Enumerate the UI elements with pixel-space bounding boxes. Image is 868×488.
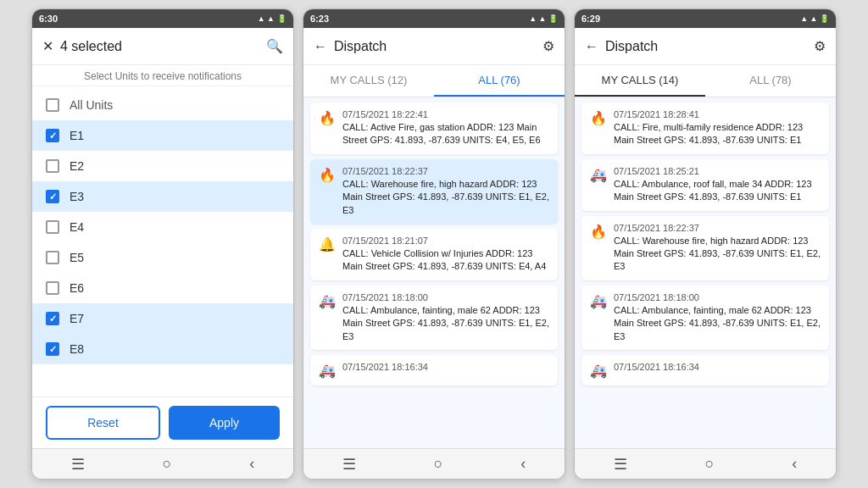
ambulance-icon-3-4: 🚑 — [590, 293, 607, 309]
call-text-3-1: CALL: Fire, multi-family residence ADDR:… — [614, 121, 821, 147]
call-text-2-2: CALL: Warehouse fire, high hazard ADDR: … — [342, 178, 549, 217]
bottom-nav-2: ☰ ○ ‹ — [303, 448, 565, 479]
call-card-3-1[interactable]: 🔥 07/15/2021 18:28:41 CALL: Fire, multi-… — [581, 103, 829, 154]
unit-label-e5: E5 — [70, 251, 84, 264]
panel1-title: 4 selected — [60, 39, 266, 54]
unit-item-all[interactable]: All Units — [32, 90, 293, 120]
close-icon[interactable]: ✕ — [42, 38, 53, 54]
unit-item-e8[interactable]: E8 — [32, 334, 293, 364]
call-text-3-3: CALL: Warehouse fire, high hazard ADDR: … — [614, 235, 821, 274]
tab-my-calls-3[interactable]: MY CALLS (14) — [575, 65, 705, 97]
nav-back-icon-3[interactable]: ‹ — [792, 455, 797, 473]
call-text-3-2: CALL: Ambulance, roof fall, male 34 ADDR… — [614, 178, 821, 204]
fire-icon-2-2: 🔥 — [319, 167, 336, 183]
tab-bar-2: MY CALLS (12) ALL (76) — [303, 65, 565, 97]
unit-item-e3[interactable]: E3 — [32, 181, 293, 212]
checkbox-e2[interactable] — [46, 159, 59, 173]
nav-back-icon-2[interactable]: ‹ — [520, 455, 526, 473]
nav-back-icon[interactable]: ‹ — [249, 455, 254, 473]
call-card-2-3[interactable]: 🔔 07/15/2021 18:21:07 CALL: Vehicle Coll… — [310, 229, 558, 280]
apply-button[interactable]: Apply — [169, 406, 280, 440]
nav-menu-icon-3[interactable]: ☰ — [614, 455, 627, 474]
nav-bar-2: ← Dispatch ⚙ — [303, 28, 565, 65]
bottom-nav-1: ☰ ○ ‹ — [32, 448, 293, 479]
call-time-3-5: 07/15/2021 18:16:34 — [614, 362, 699, 372]
nav-home-icon[interactable]: ○ — [163, 455, 172, 473]
call-card-2-2[interactable]: 🔥 07/15/2021 18:22:37 CALL: Warehouse fi… — [310, 159, 558, 224]
ambulance-icon-3-5: 🚑 — [590, 363, 607, 379]
status-bar-1: 6:30 ▲ ▲ 🔋 — [32, 9, 293, 28]
status-bar-2: 6:23 ▲ ▲ 🔋 — [303, 9, 565, 28]
call-time-2-3: 07/15/2021 18:21:07 — [342, 236, 549, 246]
call-list-3: 🔥 07/15/2021 18:28:41 CALL: Fire, multi-… — [575, 97, 836, 448]
call-text-3-4: CALL: Ambulance, fainting, male 62 ADDR:… — [614, 304, 821, 343]
unit-item-e4[interactable]: E4 — [32, 212, 293, 242]
tab-all-2[interactable]: ALL (76) — [434, 65, 565, 97]
unit-list: All Units E1 E2 E3 E4 E5 E6 — [32, 86, 293, 396]
call-time-3-4: 07/15/2021 18:18:00 — [614, 292, 821, 302]
call-time-2-5: 07/15/2021 18:16:34 — [342, 362, 428, 372]
status-icons-2: ▲ ▲ 🔋 — [529, 14, 558, 23]
status-time-2: 6:23 — [310, 14, 329, 24]
panel2-frame: 6:23 ▲ ▲ 🔋 ← Dispatch ⚙ MY CALLS (12) AL… — [303, 8, 565, 480]
call-card-3-5[interactable]: 🚑 07/15/2021 18:16:34 — [581, 355, 829, 385]
nav-menu-icon[interactable]: ☰ — [71, 455, 85, 474]
ambulance-icon-2-5: 🚑 — [319, 363, 336, 379]
search-icon[interactable]: 🔍 — [266, 38, 283, 54]
status-bar-3: 6:29 ▲ ▲ 🔋 — [575, 9, 836, 28]
unit-label-e8: E8 — [70, 342, 84, 356]
call-list-2: 🔥 07/15/2021 18:22:41 CALL: Active Fire,… — [303, 97, 565, 448]
unit-item-e5[interactable]: E5 — [32, 242, 293, 273]
status-icons-1: ▲ ▲ 🔋 — [258, 14, 287, 23]
bell-icon-2-3: 🔔 — [319, 236, 336, 252]
nav-home-icon-3[interactable]: ○ — [705, 455, 715, 473]
call-text-2-4: CALL: Ambulance, fainting, male 62 ADDR:… — [342, 304, 549, 343]
panel2-title: Dispatch — [334, 39, 542, 54]
ambulance-icon-3-2: 🚑 — [590, 167, 607, 183]
checkbox-e8[interactable] — [46, 342, 59, 356]
unit-select-subtitle: Select Units to receive notifications — [32, 65, 293, 86]
filter-icon-3[interactable]: ⚙ — [814, 38, 826, 54]
status-time-1: 6:30 — [39, 14, 58, 24]
tab-my-calls-2[interactable]: MY CALLS (12) — [303, 65, 434, 97]
checkbox-e5[interactable] — [46, 251, 59, 264]
call-card-2-1[interactable]: 🔥 07/15/2021 18:22:41 CALL: Active Fire,… — [310, 103, 558, 154]
nav-menu-icon-2[interactable]: ☰ — [342, 455, 356, 474]
call-time-2-2: 07/15/2021 18:22:37 — [342, 166, 549, 176]
filter-icon-2[interactable]: ⚙ — [542, 38, 554, 54]
unit-item-e7[interactable]: E7 — [32, 303, 293, 334]
unit-item-e6[interactable]: E6 — [32, 273, 293, 303]
back-icon-2[interactable]: ← — [314, 39, 327, 54]
nav-bar-3: ← Dispatch ⚙ — [575, 28, 836, 65]
fire-icon-3-1: 🔥 — [590, 110, 607, 126]
unit-label-all: All Units — [70, 98, 113, 112]
nav-home-icon-2[interactable]: ○ — [434, 455, 443, 473]
checkbox-e4[interactable] — [46, 220, 59, 234]
checkbox-e1[interactable] — [46, 129, 59, 142]
unit-label-e2: E2 — [70, 159, 84, 173]
checkbox-e3[interactable] — [46, 190, 59, 203]
checkbox-all[interactable] — [46, 98, 59, 112]
back-icon-3[interactable]: ← — [585, 39, 598, 54]
status-time-3: 6:29 — [581, 14, 600, 24]
unit-label-e1: E1 — [70, 129, 84, 142]
unit-label-e4: E4 — [70, 220, 84, 234]
unit-item-e2[interactable]: E2 — [32, 151, 293, 181]
call-text-2-1: CALL: Active Fire, gas station ADDR: 123… — [342, 121, 549, 147]
panel3-title: Dispatch — [605, 39, 814, 54]
unit-item-e1[interactable]: E1 — [32, 120, 293, 151]
unit-label-e3: E3 — [70, 190, 84, 203]
call-time-3-2: 07/15/2021 18:25:21 — [614, 166, 821, 176]
nav-bar-1: ✕ 4 selected 🔍 — [32, 28, 293, 65]
tab-bar-3: MY CALLS (14) ALL (78) — [575, 65, 836, 97]
unit-label-e7: E7 — [70, 312, 84, 325]
call-card-3-3[interactable]: 🔥 07/15/2021 18:22:37 CALL: Warehouse fi… — [581, 216, 829, 280]
call-card-3-4[interactable]: 🚑 07/15/2021 18:18:00 CALL: Ambulance, f… — [581, 286, 829, 350]
checkbox-e7[interactable] — [46, 312, 59, 325]
checkbox-e6[interactable] — [46, 281, 59, 295]
call-card-2-4[interactable]: 🚑 07/15/2021 18:18:00 CALL: Ambulance, f… — [310, 286, 558, 350]
call-card-3-2[interactable]: 🚑 07/15/2021 18:25:21 CALL: Ambulance, r… — [581, 159, 829, 211]
reset-button[interactable]: Reset — [46, 406, 160, 440]
call-card-2-5[interactable]: 🚑 07/15/2021 18:16:34 — [310, 355, 558, 385]
tab-all-3[interactable]: ALL (78) — [705, 65, 836, 97]
